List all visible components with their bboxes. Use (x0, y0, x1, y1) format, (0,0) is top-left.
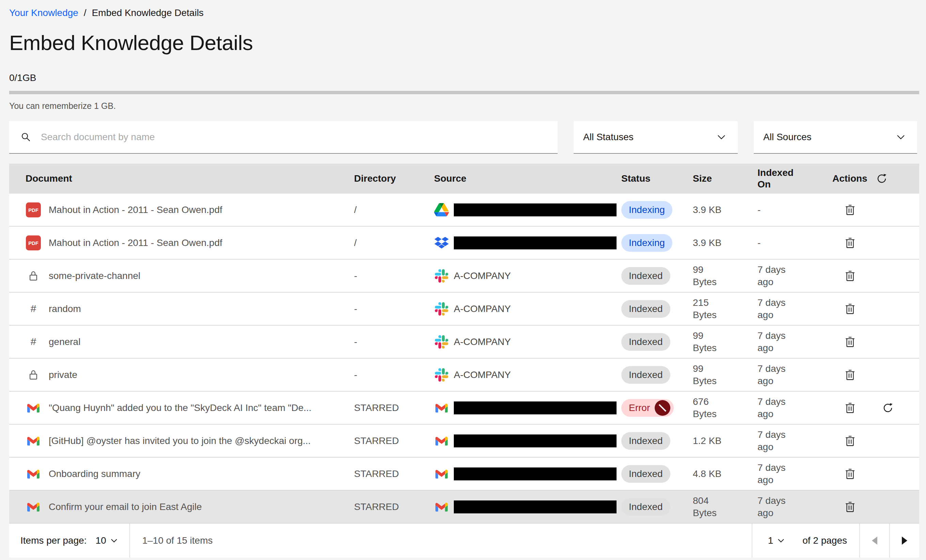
breadcrumb-link-your-knowledge[interactable]: Your Knowledge (9, 8, 78, 18)
directory-cell: STARRED (354, 501, 434, 513)
table-row[interactable]: "Quang Huynh" added you to the "SkyDeck … (9, 392, 919, 424)
indexed-on-cell: 7 days ago (758, 462, 832, 486)
redacted-source-text (454, 500, 617, 513)
table-row[interactable]: private - A-COMPANY Indexed 99 Bytes 7 d… (9, 359, 919, 392)
actions-cell (832, 501, 919, 513)
document-cell: [GitHub] @oyster has invited you to join… (9, 435, 354, 447)
document-cell: some-private-channel (9, 270, 354, 282)
chevron-down-icon (111, 539, 117, 543)
redacted-source-text (454, 435, 617, 447)
status-badge: Indexed (621, 267, 670, 285)
source-cell (434, 203, 621, 216)
trash-icon (844, 336, 856, 348)
gmail-icon (434, 469, 449, 479)
actions-cell (832, 435, 919, 447)
delete-document-button[interactable] (844, 468, 856, 480)
actions-cell (832, 402, 919, 414)
status-badge: Indexed (621, 300, 670, 318)
previous-page-button[interactable] (860, 524, 889, 558)
items-per-page: Items per page: 10 (9, 535, 117, 546)
document-name: Onboarding summary (49, 468, 140, 480)
chevron-down-icon (778, 539, 784, 543)
table-row[interactable]: [GitHub] @oyster has invited you to join… (9, 424, 919, 457)
document-cell: PDF Mahout in Action - 2011 - Sean Owen.… (9, 235, 354, 251)
gmail-icon (434, 502, 449, 512)
delete-document-button[interactable] (844, 270, 856, 282)
delete-document-button[interactable] (844, 237, 856, 249)
status-cell: Indexed (621, 333, 693, 351)
slack-icon (434, 302, 449, 316)
table-row[interactable]: PDF Mahout in Action - 2011 - Sean Owen.… (9, 226, 919, 260)
directory-cell: - (354, 303, 434, 315)
slack-icon (434, 368, 449, 382)
document-name: Confirm your email to join East Agile (49, 501, 202, 513)
storage-progress-bar (9, 91, 919, 94)
page-selector: 1 of 2 pages (752, 535, 859, 546)
status-cell: Indexed (621, 300, 693, 318)
directory-cell: - (354, 369, 434, 381)
table-row[interactable]: Confirm your email to join East Agile ST… (9, 491, 919, 524)
gmail-icon (26, 469, 41, 479)
actions-cell (832, 303, 919, 315)
directory-cell: - (354, 336, 434, 348)
table-row[interactable]: PDF Mahout in Action - 2011 - Sean Owen.… (9, 193, 919, 226)
page-number-select[interactable]: 1 (768, 535, 784, 546)
document-cell: Confirm your email to join East Agile (9, 501, 354, 513)
table-row[interactable]: # random - A-COMPANY Indexed 215 Bytes 7… (9, 293, 919, 326)
actions-cell (832, 237, 919, 249)
hash-icon: # (26, 336, 41, 348)
source-label: A-COMPANY (454, 369, 511, 381)
retry-indexing-button[interactable] (882, 403, 893, 414)
delete-document-button[interactable] (844, 303, 856, 315)
table-body: PDF Mahout in Action - 2011 - Sean Owen.… (9, 193, 919, 524)
directory-cell: STARRED (354, 402, 434, 414)
column-header-source: Source (434, 172, 621, 185)
source-label: A-COMPANY (454, 336, 511, 348)
trash-icon (844, 501, 856, 513)
column-header-directory: Directory (354, 172, 434, 185)
column-header-document: Document (9, 172, 354, 185)
delete-document-button[interactable] (844, 336, 856, 348)
table-row[interactable]: # general - A-COMPANY Indexed 99 Bytes 7… (9, 326, 919, 359)
column-header-status: Status (621, 172, 693, 185)
table-row[interactable]: Onboarding summary STARRED Indexed 4.8 K… (9, 457, 919, 491)
storage-usage-label: 0/1GB (9, 72, 919, 83)
delete-document-button[interactable] (844, 402, 856, 414)
delete-document-button[interactable] (844, 435, 856, 447)
source-filter-dropdown[interactable]: All Sources (754, 121, 917, 154)
delete-document-button[interactable] (844, 501, 856, 513)
refresh-table-button[interactable] (876, 173, 887, 184)
table-header-row: Document Directory Source Status Size In… (9, 164, 919, 193)
source-cell (434, 500, 621, 513)
source-cell: A-COMPANY (434, 335, 621, 349)
storage-helper-text: You can rememberize 1 GB. (9, 101, 919, 111)
status-cell: Indexing (621, 234, 693, 252)
caret-left-icon (872, 536, 877, 545)
delete-document-button[interactable] (844, 369, 856, 381)
search-input[interactable] (41, 121, 558, 153)
document-cell: PDF Mahout in Action - 2011 - Sean Owen.… (9, 202, 354, 217)
items-per-page-select[interactable]: 10 (96, 535, 117, 546)
document-cell: # random (9, 303, 354, 315)
status-cell: Indexing (621, 201, 693, 219)
indexed-on-cell: - (758, 237, 832, 249)
next-page-button[interactable] (890, 524, 919, 558)
breadcrumb: Your Knowledge / Embed Knowledge Details (9, 5, 919, 20)
status-cell: Indexed (621, 366, 693, 384)
page-title: Embed Knowledge Details (9, 31, 919, 55)
status-badge: Indexed (621, 333, 670, 351)
size-cell: 676 Bytes (693, 395, 758, 420)
status-filter-dropdown[interactable]: All Statuses (573, 121, 738, 154)
size-cell: 215 Bytes (693, 297, 758, 321)
gmail-icon (26, 403, 41, 413)
document-name: [GitHub] @oyster has invited you to join… (49, 435, 311, 447)
directory-cell: / (354, 204, 434, 216)
directory-cell: STARRED (354, 435, 434, 447)
hash-icon: # (26, 303, 41, 315)
directory-cell: STARRED (354, 468, 434, 480)
document-cell: Onboarding summary (9, 468, 354, 480)
pdf-file-icon: PDF (26, 202, 41, 217)
delete-document-button[interactable] (844, 204, 856, 216)
slack-icon (434, 335, 449, 349)
table-row[interactable]: some-private-channel - A-COMPANY Indexed… (9, 260, 919, 293)
